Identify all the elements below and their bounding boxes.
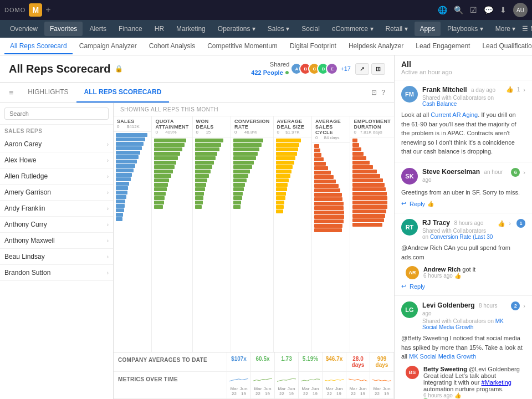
bar <box>314 153 321 157</box>
search-input[interactable] <box>4 108 109 120</box>
sidebar-toggle-icon[interactable]: ⊡ <box>371 89 377 96</box>
user-avatar[interactable]: AU <box>513 3 528 17</box>
chevron-icon: › <box>107 206 109 212</box>
bar <box>352 161 369 165</box>
subnav-competitive[interactable]: Competitive Momentum <box>202 39 283 54</box>
rep-aaron-carey[interactable]: Aaron Carey› <box>0 136 113 152</box>
nav-ecommerce[interactable]: eCommerce ▾ <box>326 22 379 36</box>
bar <box>116 142 144 146</box>
bar <box>352 214 385 218</box>
nav-alerts[interactable]: Alerts <box>84 22 112 36</box>
rep-andy-franklin[interactable]: Andy Franklin› <box>0 201 113 217</box>
bar <box>233 192 243 196</box>
globe-icon[interactable]: 🌐 <box>438 6 447 14</box>
menu-button[interactable]: ☰ Menu <box>522 25 532 33</box>
metric-quota: Mar 22Jun 19 <box>251 372 275 398</box>
hamburger-icon[interactable]: ≡ <box>9 88 13 97</box>
nav-hr[interactable]: HR <box>149 22 170 36</box>
bar <box>352 223 382 227</box>
buzz-meta-rj: RJ Tracy 8 hours ago Shared with Collabo… <box>422 219 493 240</box>
avatar-stack: A B C D E +17 <box>294 63 351 75</box>
rep-allen-rutledge[interactable]: Allen Rutledge› <box>0 168 113 185</box>
metric-emp: Mar 22Jun 19 <box>370 372 394 398</box>
bar <box>276 170 291 173</box>
share-button[interactable]: ↗ <box>355 63 369 75</box>
nav-favorites[interactable]: Favorites <box>44 22 83 36</box>
check-icon[interactable]: ☑ <box>470 6 477 14</box>
subnav-digital[interactable]: Digital Footprint <box>284 39 342 54</box>
nav-right: ☰ Menu DomoBuzz ▼ <box>522 24 532 33</box>
reply-arrow-icon: ↩ <box>401 200 406 207</box>
bar <box>233 187 244 191</box>
nav-finance[interactable]: Finance <box>113 22 148 36</box>
bar <box>314 211 344 214</box>
buzz-link-frank[interactable]: Cash Balance <box>422 101 457 107</box>
conversion-col: CONVERSIONRATE 0 46.8% <box>231 116 274 352</box>
like-icon-rj[interactable]: 👍 <box>498 220 505 227</box>
download-icon[interactable]: ⬇ <box>500 6 507 14</box>
main-content: All Reps Scorecard 🔒 Shared 422 People ●… <box>0 55 532 399</box>
rep-amery-garrison[interactable]: Amery Garrison› <box>0 185 113 201</box>
rep-anthony-maxwell[interactable]: Anthony Maxwell› <box>0 233 113 249</box>
bar <box>233 156 256 160</box>
options-button[interactable]: ⊞ <box>371 63 385 75</box>
bar <box>314 202 344 206</box>
more-icon-levi[interactable]: › <box>523 303 525 309</box>
people-count: 422 People ● <box>251 68 289 76</box>
reply-arrow-icon-rj: ↩ <box>401 283 406 290</box>
rep-brandon-sutton[interactable]: Brandon Sutton› <box>0 265 113 281</box>
subnav-lead-engagement[interactable]: Lead Engagement <box>410 39 475 54</box>
bar <box>352 165 373 169</box>
nav-retail[interactable]: Retail ▾ <box>380 22 413 36</box>
avatar-5: E <box>326 63 338 75</box>
nav-apps[interactable]: Apps <box>415 22 441 36</box>
sub-nav: All Reps Scorecard Campaign Analyzer Coh… <box>0 38 532 55</box>
rep-beau-lindsay[interactable]: Beau Lindsay› <box>0 249 113 265</box>
nav-playbooks[interactable]: Playbooks ▾ <box>442 22 489 36</box>
nav-sales[interactable]: Sales ▾ <box>262 22 295 36</box>
rep-anthony-curry[interactable]: Anthony Curry› <box>0 217 113 233</box>
chat-icon[interactable]: 💬 <box>484 6 493 14</box>
bar <box>116 186 128 190</box>
domo-logo[interactable]: M <box>29 3 42 17</box>
content-tabs: ≡ HIGHLIGHTS ALL REPS SCORECARD ⊡ ? <box>0 83 394 103</box>
more-icon-rj[interactable]: › <box>509 220 511 227</box>
buzz-shared-rj: Shared with Collaborators on Conversion … <box>422 228 493 240</box>
help-icon[interactable]: ? <box>381 89 385 96</box>
subnav-helpdesk[interactable]: Helpdesk Analyzer <box>343 39 409 54</box>
more-icon-frank[interactable]: › <box>523 86 525 93</box>
bar <box>195 165 212 169</box>
nav-marketing[interactable]: Marketing <box>171 22 211 36</box>
buzz-avatar-rj: RT <box>401 219 418 236</box>
ar-aging-link[interactable]: Current AR Aging <box>431 111 478 118</box>
reply-button-steve[interactable]: ↩ Reply 👍 <box>401 200 525 207</box>
subnav-all-reps[interactable]: All Reps Scorecard <box>4 39 73 54</box>
nav-more[interactable]: More ▾ <box>490 22 521 36</box>
buzz-body-frank: Look at all Current AR Aging. If you dri… <box>401 110 525 156</box>
tab-all-reps[interactable]: ALL REPS SCORECARD <box>76 83 170 103</box>
avg-deal-col: AVERAGEDEAL SIZE 0 $1.97K <box>274 116 312 352</box>
add-button[interactable]: + <box>45 5 50 15</box>
marketing-link[interactable]: #Marketing <box>482 379 511 386</box>
rep-alex-howe[interactable]: Alex Howe› <box>0 152 113 168</box>
subnav-lead-qual[interactable]: Lead Qualification <box>477 39 532 54</box>
like-icon-frank[interactable]: 👍 <box>506 86 514 93</box>
buzz-item-1: FM Frank Mitchell a day ago Shared with … <box>395 80 532 162</box>
nav-operations[interactable]: Operations ▾ <box>212 22 261 36</box>
nav-social[interactable]: Social <box>296 22 325 36</box>
bar <box>154 187 166 191</box>
reply-button-rj[interactable]: ↩ Reply <box>401 283 525 290</box>
nav-overview[interactable]: Overview <box>4 22 43 36</box>
subnav-campaign[interactable]: Campaign Analyzer <box>74 39 142 54</box>
bar <box>352 205 387 209</box>
search-icon[interactable]: 🔍 <box>454 6 463 14</box>
social-growth-link[interactable]: MK Social Media Growth <box>409 353 476 360</box>
more-icon-steve[interactable]: › <box>523 169 525 176</box>
buzz-link-levi[interactable]: MK Social Media Growth <box>422 318 504 330</box>
buzz-link-rj[interactable]: Conversion Rate (Last 30 <box>430 234 493 240</box>
subnav-cohort[interactable]: Cohort Analysis <box>144 39 201 54</box>
metric-sales: Mar 22Jun 19 <box>227 372 251 398</box>
bar <box>195 139 223 142</box>
tab-highlights[interactable]: HIGHLIGHTS <box>20 83 76 103</box>
top-icons: 🌐 🔍 ☑ 💬 ⬇ AU <box>438 3 528 17</box>
